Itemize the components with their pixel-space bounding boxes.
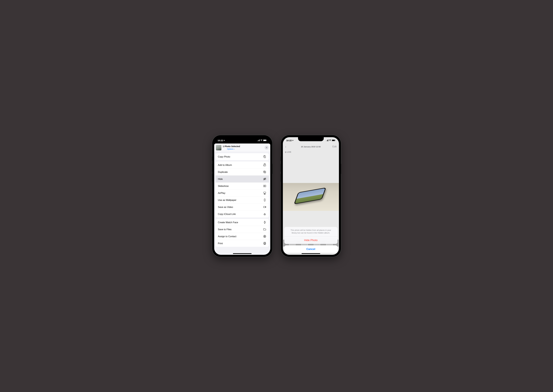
live-label: LIVE xyxy=(287,151,291,153)
action-wallpaper[interactable]: Use as Wallpaper xyxy=(216,196,269,203)
status-time: 10:22 xyxy=(218,139,223,142)
back-button[interactable]: ‹ xyxy=(285,145,286,149)
home-indicator[interactable] xyxy=(302,253,320,254)
action-sheet: This photo will be hidden from all place… xyxy=(284,227,338,253)
svg-rect-7 xyxy=(264,156,266,158)
action-label: Hide xyxy=(218,178,223,180)
action-folder[interactable]: Save to Files xyxy=(216,226,269,233)
svg-point-17 xyxy=(264,236,265,237)
screen-share-sheet: 10:22 ➤ 1 Photo Selected xyxy=(214,137,270,255)
action-album[interactable]: Add to Album xyxy=(216,161,269,168)
svg-rect-21 xyxy=(326,141,326,141)
copy-icon xyxy=(263,155,267,158)
action-list[interactable]: Copy PhotoAdd to AlbumDuplicateHideSlide… xyxy=(214,152,270,255)
phone-left: 10:22 ➤ 1 Photo Selected xyxy=(212,135,272,257)
wifi-icon xyxy=(260,139,263,142)
action-print[interactable]: Print xyxy=(216,240,269,247)
link-icon xyxy=(263,212,267,216)
share-sheet: 1 Photo Selected Options › ✕ Copy PhotoA… xyxy=(214,143,270,255)
svg-rect-6 xyxy=(266,140,267,141)
action-label: Save as Video xyxy=(218,206,233,209)
action-label: Assign to Contact xyxy=(218,235,236,238)
edit-button[interactable]: Edit xyxy=(332,145,337,148)
contact-icon xyxy=(263,235,267,238)
svg-rect-15 xyxy=(264,222,265,223)
status-time: 10:22 xyxy=(286,139,292,142)
close-icon: ✕ xyxy=(266,146,268,149)
action-sheet-message: This photo will be hidden from all place… xyxy=(284,227,338,237)
close-button[interactable]: ✕ xyxy=(265,146,269,150)
live-badge: ◎ LIVE xyxy=(285,151,291,153)
live-icon: ◎ xyxy=(285,151,286,153)
location-icon: ➤ xyxy=(223,139,225,141)
svg-rect-0 xyxy=(257,141,257,141)
duplicate-icon xyxy=(263,170,267,174)
action-group: Create Watch FaceSave to FilesAssign to … xyxy=(216,219,269,247)
svg-rect-3 xyxy=(259,140,260,141)
svg-rect-1 xyxy=(258,140,258,141)
phone-right: 10:22 ➤ ‹ 20 January 2019 12:50 Edit xyxy=(281,135,341,257)
wallpaper-icon xyxy=(263,198,267,202)
battery-icon xyxy=(332,139,335,142)
svg-rect-27 xyxy=(335,140,335,141)
action-label: Copy Photo xyxy=(218,155,230,158)
video-icon xyxy=(263,205,267,209)
notch xyxy=(229,137,255,141)
action-slideshow[interactable]: Slideshow xyxy=(216,182,269,189)
signal-icon xyxy=(326,139,328,142)
chevron-right-icon: › xyxy=(234,148,235,150)
location-icon: ➤ xyxy=(292,139,294,141)
hide-photo-button[interactable]: Hide Photo xyxy=(284,237,338,244)
home-indicator[interactable] xyxy=(233,253,252,254)
svg-rect-13 xyxy=(264,199,265,201)
svg-rect-14 xyxy=(263,206,265,208)
action-copy[interactable]: Copy Photo xyxy=(216,153,269,160)
svg-rect-26 xyxy=(332,140,335,141)
action-label: Create Watch Face xyxy=(218,221,238,224)
nav-bar: ‹ 20 January 2019 12:50 Edit xyxy=(283,143,339,150)
svg-rect-5 xyxy=(263,140,266,141)
slideshow-icon xyxy=(263,184,267,188)
action-video[interactable]: Save as Video xyxy=(216,203,269,210)
action-label: Print xyxy=(218,242,223,245)
share-header: 1 Photo Selected Options › ✕ xyxy=(214,143,270,152)
cancel-button[interactable]: Cancel xyxy=(284,245,338,253)
photo-viewer[interactable] xyxy=(283,183,339,211)
action-label: Duplicate xyxy=(218,171,228,173)
action-label: Use as Wallpaper xyxy=(218,199,236,202)
folder-icon xyxy=(263,228,267,231)
svg-rect-2 xyxy=(259,140,259,141)
screen-photo-detail: 10:22 ➤ ‹ 20 January 2019 12:50 Edit xyxy=(283,137,339,255)
options-button[interactable]: Options › xyxy=(227,148,265,150)
svg-rect-23 xyxy=(327,140,328,141)
airplay-icon xyxy=(263,191,267,195)
signal-icon xyxy=(257,139,260,142)
action-hide[interactable]: Hide xyxy=(216,175,269,182)
action-label: Copy iCloud Link xyxy=(218,213,236,216)
svg-point-9 xyxy=(264,166,264,166)
action-group: Copy Photo xyxy=(216,153,269,160)
notch xyxy=(298,137,324,141)
action-watch[interactable]: Create Watch Face xyxy=(216,219,269,226)
action-label: Save to Files xyxy=(218,228,232,231)
options-label: Options xyxy=(227,148,234,150)
action-link[interactable]: Copy iCloud Link xyxy=(216,210,269,217)
album-icon xyxy=(263,163,267,167)
action-duplicate[interactable]: Duplicate xyxy=(216,168,269,175)
svg-rect-22 xyxy=(326,140,327,141)
share-title: 1 Photo Selected xyxy=(223,145,265,148)
hide-icon xyxy=(263,177,267,181)
action-label: Slideshow xyxy=(218,185,229,187)
wifi-icon xyxy=(329,139,331,142)
svg-rect-24 xyxy=(328,140,328,141)
action-airplay[interactable]: AirPlay xyxy=(216,189,269,196)
action-group: Add to AlbumDuplicateHideSlideshowAirPla… xyxy=(216,161,269,217)
print-icon xyxy=(263,242,267,245)
action-label: Add to Album xyxy=(218,164,232,166)
watch-icon xyxy=(263,221,267,224)
action-contact[interactable]: Assign to Contact xyxy=(216,233,269,240)
action-label: AirPlay xyxy=(218,192,225,194)
battery-icon xyxy=(263,139,267,142)
photo-thumbnail[interactable] xyxy=(216,145,221,150)
photo-date: 20 January 2019 12:50 xyxy=(301,146,321,148)
